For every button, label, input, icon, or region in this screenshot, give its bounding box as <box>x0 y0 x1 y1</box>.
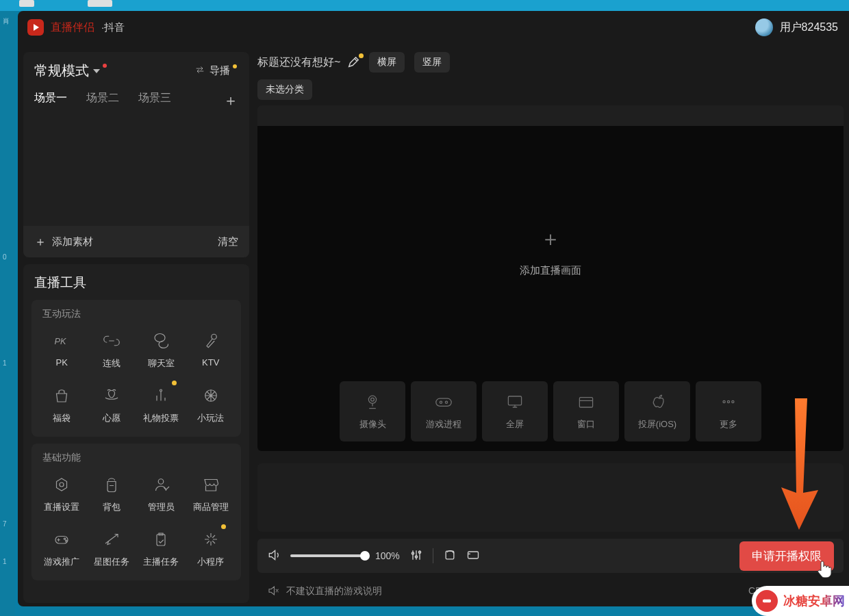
mode-dropdown[interactable]: 常规模式 <box>34 62 107 80</box>
app-window: 直播伴侣 ·抖音 用户824535 常规模式 <box>18 11 849 606</box>
app-logo <box>27 19 44 36</box>
tool-guanliyuan[interactable]: 管理员 <box>136 470 186 520</box>
tool-zhiboshezhi[interactable]: 直播设置 <box>37 470 87 520</box>
tool-lipiao[interactable]: 礼物投票 <box>136 381 186 431</box>
tool-ktv[interactable]: KTV <box>186 326 236 376</box>
tool-label: 连线 <box>103 357 121 370</box>
tool-shangpin[interactable]: 商品管理 <box>186 470 236 520</box>
tool-liaotian[interactable]: 聊天室 <box>136 326 186 376</box>
orientation-h[interactable]: 横屏 <box>369 52 405 73</box>
username[interactable]: 用户824535 <box>780 21 838 35</box>
svg-point-7 <box>64 538 66 539</box>
watermark: 冰糖安卓网 <box>752 586 849 616</box>
link-icon <box>97 330 126 352</box>
add-source-label: 添加素材 <box>52 235 93 248</box>
scene-tab-1[interactable]: 场景一 <box>34 91 67 110</box>
store-icon <box>197 474 225 496</box>
volume-percent: 100% <box>375 550 400 561</box>
stage-toolbar <box>257 105 844 126</box>
source-more[interactable]: 更多 <box>696 381 761 441</box>
tool-youxituiguang[interactable]: 游戏推广 <box>37 524 87 575</box>
bottom-bar: 100% 申请开播权限 <box>257 539 844 573</box>
more-icon <box>718 392 739 411</box>
guide-button[interactable]: 导播 <box>194 64 238 77</box>
gamepad-icon <box>47 528 76 550</box>
scene-tab-3[interactable]: 场景三 <box>138 91 171 110</box>
source-label: 全屏 <box>506 418 524 431</box>
tool-label: 直播设置 <box>44 501 79 513</box>
add-scene-button[interactable]: ＋ <box>223 93 238 108</box>
source-game[interactable]: 游戏进程 <box>411 381 477 441</box>
tool-label: 主播任务 <box>143 556 179 568</box>
group-interactive: 互动玩法 PKPK 连线 聊天室 KTV 福袋 心愿 礼物投票 小玩法 <box>31 300 241 437</box>
volume-slider[interactable] <box>290 554 366 557</box>
tool-xingturenwu[interactable]: 星图任务 <box>87 524 137 575</box>
tip-text[interactable]: 不建议直播的游戏说明 <box>286 585 382 598</box>
backpack-icon <box>97 474 126 496</box>
scene-tab-2[interactable]: 场景二 <box>86 91 119 110</box>
clipboard-icon <box>147 528 175 550</box>
tool-label: 小程序 <box>197 556 224 568</box>
svg-point-14 <box>445 401 447 403</box>
source-ios[interactable]: 投屏(iOS) <box>624 381 690 441</box>
poll-icon <box>147 385 175 407</box>
tool-label: 管理员 <box>148 501 175 513</box>
stage[interactable]: ＋ 添加直播画面 摄像头 游戏进程 全屏 窗口 投屏(iOS) 更多 <box>257 126 844 451</box>
source-fullscreen[interactable]: 全屏 <box>482 381 548 441</box>
add-source-button[interactable]: ＋ 添加素材 <box>34 233 93 250</box>
orientation-v[interactable]: 竖屏 <box>414 52 450 73</box>
title-edit[interactable]: 标题还没有想好~ <box>257 55 359 70</box>
tool-pk[interactable]: PKPK <box>37 326 87 376</box>
monitor-icon <box>504 392 526 411</box>
volume-icon[interactable] <box>267 548 281 564</box>
source-window[interactable]: 窗口 <box>553 381 619 441</box>
mixer-icon[interactable] <box>409 548 423 564</box>
admin-icon <box>147 474 175 496</box>
bag-icon <box>47 385 76 407</box>
avatar[interactable] <box>755 18 773 36</box>
source-row: 摄像头 游戏进程 全屏 窗口 投屏(iOS) 更多 <box>257 381 844 441</box>
tool-zhuborenwu[interactable]: 主播任务 <box>136 524 186 575</box>
swap-icon <box>194 64 205 77</box>
clear-button[interactable]: 清空 <box>218 235 238 248</box>
tool-label: 游戏推广 <box>44 556 79 568</box>
rotate-icon[interactable] <box>443 548 457 564</box>
pk-icon: PK <box>47 330 76 352</box>
tool-beibao[interactable]: 背包 <box>87 470 137 520</box>
chevron-down-icon <box>93 69 100 73</box>
speaker-muted-icon[interactable] <box>267 585 279 599</box>
tool-label: PK <box>56 357 68 368</box>
tool-fudai[interactable]: 福袋 <box>37 381 87 431</box>
svg-point-17 <box>723 400 725 402</box>
svg-point-13 <box>440 401 442 403</box>
group-interactive-title: 互动玩法 <box>37 308 236 320</box>
aspect-icon[interactable] <box>466 548 480 564</box>
app-name: 直播伴侣 <box>51 21 94 35</box>
wheel-icon <box>197 385 225 407</box>
svg-rect-24 <box>468 552 478 559</box>
tool-label: 心愿 <box>103 412 121 424</box>
chat-icon <box>147 330 175 352</box>
tool-label: 礼物投票 <box>143 412 179 424</box>
tool-label: 聊天室 <box>148 357 175 370</box>
tool-lianxian[interactable]: 连线 <box>87 326 137 376</box>
tool-label: 背包 <box>103 501 121 513</box>
svg-point-2 <box>160 389 162 392</box>
spark-icon <box>197 528 225 550</box>
tools-title: 直播工具 <box>31 274 241 292</box>
tool-xiaochengxu[interactable]: 小程序 <box>186 524 236 575</box>
chat-panel <box>257 463 844 532</box>
source-camera[interactable]: 摄像头 <box>340 381 405 441</box>
mode-title-text: 常规模式 <box>34 62 89 80</box>
tool-xinyuan[interactable]: 心愿 <box>87 381 137 431</box>
category-pill[interactable]: 未选分类 <box>257 79 312 100</box>
notification-dot <box>172 381 177 385</box>
stage-add-label: 添加直播画面 <box>520 264 581 277</box>
tool-label: 福袋 <box>53 412 71 424</box>
svg-rect-23 <box>446 551 454 559</box>
svg-point-11 <box>371 398 375 401</box>
cursor-hand-icon <box>817 560 832 578</box>
gamepad-icon <box>433 392 455 411</box>
star-arrow-icon <box>97 528 126 550</box>
tool-xiaowanfa[interactable]: 小玩法 <box>186 381 236 431</box>
